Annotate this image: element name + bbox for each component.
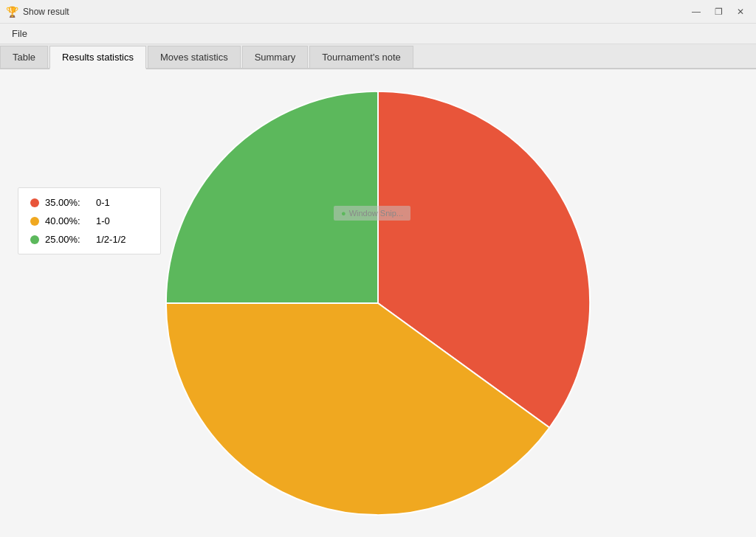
tab-summary[interactable]: Summary — [242, 46, 309, 68]
tab-moves-statistics[interactable]: Moves statistics — [148, 46, 241, 68]
tab-tournaments-note[interactable]: Tournament's note — [309, 46, 413, 68]
file-menu[interactable]: File — [6, 25, 33, 42]
legend-dot-win — [30, 217, 39, 226]
watermark: ● Window Snip... — [334, 206, 410, 221]
legend-label-draw: 1/2-1/2 — [96, 234, 126, 245]
title-bar-left: 🏆 Show result — [6, 6, 69, 18]
legend-text-draw: 25.00%: 1/2-1/2 — [45, 234, 148, 245]
legend-pct-loss: 35.00%: — [45, 197, 93, 208]
legend-pct-draw: 25.00%: — [45, 234, 93, 245]
title-bar: 🏆 Show result — ❐ ✕ — [0, 0, 756, 24]
legend-item-draw: 25.00%: 1/2-1/2 — [30, 234, 148, 245]
legend-text-win: 40.00%: 1-0 — [45, 215, 148, 226]
pie-chart-container — [0, 89, 756, 517]
legend-label-win: 1-0 — [96, 215, 110, 226]
legend-item-loss: 35.00%: 0-1 — [30, 197, 148, 208]
legend-dot-loss — [30, 198, 39, 207]
pie-slice-draw — [166, 91, 378, 303]
chart-legend: 35.00%: 0-1 40.00%: 1-0 25.00%: 1/2-1/2 — [18, 187, 161, 254]
maximize-button[interactable]: ❐ — [709, 4, 728, 19]
legend-dot-draw — [30, 235, 39, 244]
app-icon: 🏆 — [6, 6, 18, 18]
close-button[interactable]: ✕ — [731, 4, 750, 19]
legend-item-win: 40.00%: 1-0 — [30, 215, 148, 226]
tab-bar: Table Results statistics Moves statistic… — [0, 44, 756, 69]
tab-results-statistics[interactable]: Results statistics — [49, 46, 146, 69]
legend-text-loss: 35.00%: 0-1 — [45, 197, 148, 208]
watermark-dot: ● — [341, 209, 346, 218]
menu-bar: File — [0, 24, 756, 44]
legend-label-loss: 0-1 — [96, 197, 110, 208]
content-area: 35.00%: 0-1 40.00%: 1-0 25.00%: 1/2-1/2 — [0, 69, 756, 537]
title-bar-controls: — ❐ ✕ — [687, 4, 750, 19]
app-title: Show result — [23, 7, 69, 17]
minimize-button[interactable]: — — [687, 4, 706, 19]
legend-pct-win: 40.00%: — [45, 215, 93, 226]
watermark-text: Window Snip... — [349, 209, 403, 218]
pie-chart — [164, 89, 592, 517]
tab-table[interactable]: Table — [0, 46, 48, 68]
